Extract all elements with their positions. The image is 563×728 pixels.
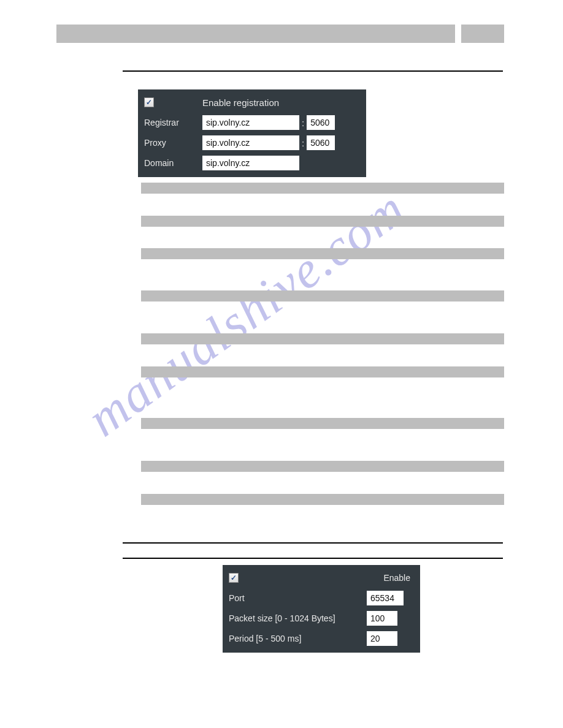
port-input[interactable] [367, 591, 404, 605]
enable-registration-row: ✓ Enable registration [144, 94, 360, 110]
table-row [141, 333, 504, 344]
registrar-row: Registrar : [144, 115, 360, 131]
section-divider [123, 70, 503, 72]
checkmark-icon: ✓ [231, 574, 237, 582]
enable-checkbox[interactable]: ✓ [229, 573, 239, 583]
page-header [56, 25, 504, 43]
registrar-port-input[interactable] [307, 115, 335, 130]
domain-row: Domain [144, 155, 360, 171]
table-row [141, 418, 504, 429]
registrar-host-input[interactable] [202, 115, 299, 130]
proxy-row: Proxy : [144, 135, 360, 151]
proxy-label: Proxy [144, 138, 202, 148]
table-row [141, 494, 504, 505]
proxy-host-input[interactable] [202, 135, 299, 150]
sip-registration-panel: ✓ Enable registration Registrar : Proxy … [138, 89, 366, 177]
domain-label: Domain [144, 158, 202, 168]
table-row [141, 183, 504, 194]
table-row [141, 366, 504, 377]
section-divider [123, 542, 503, 544]
enable-registration-label: Enable registration [202, 97, 279, 108]
header-bar-left [56, 25, 455, 43]
registrar-label: Registrar [144, 118, 202, 127]
section-divider [123, 558, 503, 559]
packet-size-row: Packet size [0 - 1024 Bytes] [229, 610, 414, 626]
enable-row: ✓ Enable [229, 570, 414, 586]
packet-size-label: Packet size [0 - 1024 Bytes] [229, 613, 367, 623]
domain-host-input[interactable] [202, 156, 299, 170]
test-packet-panel: ✓ Enable Port Packet size [0 - 1024 Byte… [223, 565, 420, 653]
port-label: Port [229, 593, 367, 603]
header-bar-right [461, 25, 504, 43]
port-separator: : [299, 118, 307, 128]
enable-registration-checkbox[interactable]: ✓ [144, 97, 154, 107]
enable-label: Enable [383, 573, 410, 583]
period-input[interactable] [367, 631, 397, 646]
port-separator: : [299, 138, 307, 148]
table-row [141, 290, 504, 301]
period-label: Period [5 - 500 ms] [229, 634, 367, 643]
proxy-port-input[interactable] [307, 135, 335, 150]
port-row: Port [229, 590, 414, 606]
table-row [141, 216, 504, 227]
checkmark-icon: ✓ [146, 98, 152, 107]
table-row [141, 461, 504, 472]
packet-size-input[interactable] [367, 611, 397, 626]
period-row: Period [5 - 500 ms] [229, 631, 414, 646]
table-row [141, 248, 504, 259]
